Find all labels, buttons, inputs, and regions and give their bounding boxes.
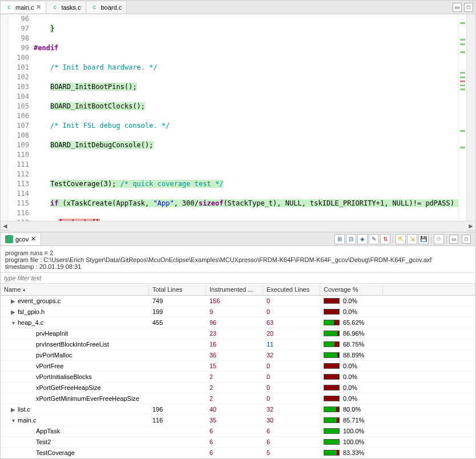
coverage-pct: 100.0%: [343, 438, 364, 445]
table-row[interactable]: ▾main.c116353085.71%: [1, 415, 475, 426]
executed-link[interactable]: 11: [267, 341, 273, 348]
coverage-pct: 68.75%: [343, 341, 364, 348]
row-name: vPortFree: [36, 363, 63, 369]
c-file-icon: c: [51, 3, 59, 11]
coverage-pct: 0.0%: [343, 363, 357, 369]
coverage-bar: [324, 396, 340, 401]
row-name: list.c: [18, 406, 30, 413]
code-content[interactable]: } #endif /* Init board hardware. */ BOAR…: [31, 14, 458, 221]
tree-toggle-icon[interactable]: ▶: [10, 309, 17, 315]
tree-toggle-icon[interactable]: ▶: [10, 298, 17, 304]
table-row[interactable]: vPortFree1500.0%: [1, 361, 475, 372]
coverage-bar: [324, 309, 340, 315]
gcov-icon: [5, 235, 13, 243]
table-row[interactable]: ▶event_groups.c74915600.0%: [1, 296, 475, 307]
row-name: fsl_gpio.h: [18, 308, 45, 315]
coverage-pct: 85.71%: [343, 417, 364, 424]
edit-icon[interactable]: ✎: [369, 234, 379, 244]
coverage-bar: [324, 363, 340, 369]
export-icon[interactable]: ⇱: [396, 234, 406, 244]
row-name: vPortInitialiseBlocks: [36, 373, 92, 380]
table-row[interactable]: ▶list.c196403280.0%: [1, 404, 475, 415]
table-row[interactable]: ▶fsl_gpio.h199900.0%: [1, 307, 475, 317]
col-total-lines[interactable]: Total Lines: [149, 284, 206, 295]
tab-label: board.c: [101, 4, 122, 11]
import-icon[interactable]: ⇲: [407, 234, 417, 244]
table-row[interactable]: ▾heap_4.c455966365.62%: [1, 317, 475, 328]
sort-asc-icon: ▴: [23, 287, 26, 292]
row-name: event_groups.c: [18, 297, 60, 304]
tab-gcov[interactable]: gcov ✕: [1, 233, 41, 245]
minimize-icon[interactable]: ▭: [449, 235, 458, 244]
table-row[interactable]: pvPortMalloc363288.89%: [1, 350, 475, 361]
coverage-bar: [324, 450, 340, 456]
tab-main-c[interactable]: c main.c ✕: [1, 2, 46, 13]
coverage-bar: [324, 320, 340, 325]
table-row[interactable]: TestCoverage6583.33%: [1, 448, 475, 458]
filter-input[interactable]: [1, 273, 475, 283]
marker-column: [1, 14, 9, 221]
tree-toggle-icon[interactable]: ▾: [10, 417, 17, 424]
sort-icon[interactable]: ⇅: [380, 234, 390, 244]
expand-all-icon[interactable]: ⊞: [334, 234, 345, 244]
coverage-bar: [324, 374, 340, 380]
coverage-pct: 83.33%: [343, 449, 364, 456]
coverage-pct: 80.0%: [343, 406, 361, 413]
row-name: Test2: [36, 438, 51, 445]
coverage-bar: [324, 385, 340, 390]
close-icon[interactable]: ✕: [36, 3, 41, 11]
tab-board-c[interactable]: c board.c: [86, 2, 127, 13]
coverage-pct: 100.0%: [343, 428, 364, 434]
table-row[interactable]: xPortGetFreeHeapSize200.0%: [1, 382, 475, 393]
maximize-icon[interactable]: □: [462, 235, 471, 244]
code-editor[interactable]: 9697989910010110210310410510610710810911…: [1, 14, 475, 221]
tab-tasks-c[interactable]: c tasks.c: [46, 2, 86, 13]
tree-toggle-icon[interactable]: ▾: [10, 320, 17, 326]
row-name: main.c: [18, 417, 36, 424]
save-icon[interactable]: 💾: [418, 234, 429, 244]
minimize-icon[interactable]: ▭: [453, 3, 462, 12]
coverage-pct: 65.62%: [343, 319, 364, 326]
c-file-icon: c: [5, 3, 13, 11]
coverage-pct: 86.96%: [343, 330, 364, 337]
collapse-all-icon[interactable]: ⊟: [346, 234, 356, 244]
table-row[interactable]: Test266100.0%: [1, 437, 475, 448]
scroll-right-icon[interactable]: ►: [466, 222, 475, 230]
col-instrumented[interactable]: Instrumented ...: [206, 284, 263, 295]
coverage-pct: 0.0%: [343, 297, 357, 304]
row-name: xPortGetFreeHeapSize: [36, 384, 101, 391]
row-name: xPortGetMinimumEverFreeHeapSize: [36, 395, 139, 402]
gcov-meta: program runs = 2 program file : C:\Users…: [1, 246, 475, 272]
table-row[interactable]: vPortInitialiseBlocks200.0%: [1, 372, 475, 382]
close-icon[interactable]: ✕: [31, 235, 36, 243]
col-name[interactable]: Name ▴: [1, 284, 149, 295]
table-row[interactable]: prvHeapInit232086.96%: [1, 328, 475, 339]
tab-label: gcov: [15, 236, 29, 243]
coverage-pct: 88.89%: [343, 352, 364, 359]
coverage-pct: 0.0%: [343, 373, 357, 380]
overview-ruler[interactable]: [458, 14, 466, 221]
vertical-scrollbar[interactable]: [466, 14, 475, 221]
coverage-bar: [324, 417, 340, 423]
col-coverage[interactable]: Coverage %: [320, 284, 383, 295]
tree-toggle-icon[interactable]: ▶: [10, 406, 17, 413]
refresh-icon[interactable]: ⟳: [434, 234, 444, 244]
table-body: ▶event_groups.c74915600.0%▶fsl_gpio.h199…: [1, 296, 475, 458]
table-row[interactable]: xPortGetMinimumEverFreeHeapSize200.0%: [1, 393, 475, 404]
editor-tab-bar: c main.c ✕ c tasks.c c board.c ▭ □: [1, 1, 475, 14]
table-row[interactable]: AppTask66100.0%: [1, 426, 475, 437]
table-row[interactable]: prvInsertBlockIntoFreeList161168.75%: [1, 339, 475, 350]
program-runs: program runs = 2: [5, 249, 471, 256]
gcov-tab-bar: gcov ✕ ⊞ ⊟ ◈ ✎ ⇅ ⇱ ⇲ 💾 ⟳ ▭ □: [1, 232, 475, 246]
row-name: heap_4.c: [18, 319, 43, 326]
coverage-table[interactable]: Name ▴ Total Lines Instrumented ... Exec…: [1, 284, 475, 458]
maximize-icon[interactable]: □: [464, 3, 473, 12]
row-name: prvInsertBlockIntoFreeList: [36, 341, 109, 348]
col-executed[interactable]: Executed Lines: [263, 284, 320, 295]
horizontal-scrollbar[interactable]: ◄ ►: [1, 221, 475, 230]
coverage-bar: [324, 428, 340, 434]
tab-label: main.c: [15, 4, 34, 11]
scroll-left-icon[interactable]: ◄: [1, 222, 10, 230]
timestamp: timestamp : 20.01.19 08:31: [5, 263, 471, 270]
folder-icon[interactable]: ◈: [357, 234, 368, 244]
